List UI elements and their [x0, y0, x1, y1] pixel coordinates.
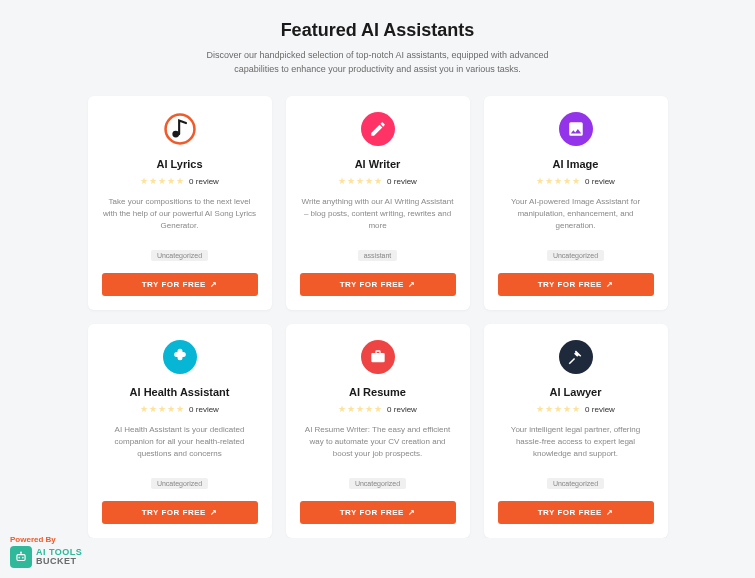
assistant-card: AI Lawyer★★★★★0 reviewYour intelligent l… — [484, 324, 668, 538]
rating-row: ★★★★★0 review — [102, 176, 258, 186]
powered-by-label: Powered By — [10, 535, 82, 538]
rating-row: ★★★★★0 review — [300, 176, 456, 186]
assistant-card: AI Image★★★★★0 reviewYour AI-powered Ima… — [484, 96, 668, 310]
category-tag[interactable]: Uncategorized — [151, 250, 208, 261]
card-title: AI Health Assistant — [102, 386, 258, 398]
arrow-icon: ↗ — [210, 280, 218, 289]
page-title: Featured AI Assistants — [40, 20, 715, 41]
try-for-free-button[interactable]: TRY FOR FREE↗ — [102, 273, 258, 296]
card-description: Your AI-powered Image Assistant for mani… — [498, 196, 654, 232]
medical-icon — [163, 340, 197, 374]
card-title: AI Writer — [300, 158, 456, 170]
card-title: AI Lawyer — [498, 386, 654, 398]
card-grid: AI Lyrics★★★★★0 reviewTake your composit… — [88, 96, 668, 538]
pen-icon — [361, 112, 395, 146]
assistant-card: AI Writer★★★★★0 reviewWrite anything wit… — [286, 96, 470, 310]
gavel-icon — [559, 340, 593, 374]
rating-row: ★★★★★0 review — [300, 404, 456, 414]
card-description: Write anything with our AI Writing Assis… — [300, 196, 456, 232]
card-title: AI Resume — [300, 386, 456, 398]
star-icons: ★★★★★ — [140, 176, 184, 186]
try-for-free-button[interactable]: TRY FOR FREE↗ — [300, 501, 456, 524]
arrow-icon: ↗ — [408, 508, 416, 517]
arrow-icon: ↗ — [408, 280, 416, 289]
music-note-icon — [163, 112, 197, 146]
arrow-icon: ↗ — [606, 280, 614, 289]
star-icons: ★★★★★ — [536, 176, 580, 186]
card-description: AI Health Assistant is your dedicated co… — [102, 424, 258, 460]
page-subtitle: Discover our handpicked selection of top… — [193, 49, 563, 76]
card-description: AI Resume Writer: The easy and efficient… — [300, 424, 456, 460]
star-icons: ★★★★★ — [338, 176, 382, 186]
briefcase-icon — [361, 340, 395, 374]
card-description: Take your compositions to the next level… — [102, 196, 258, 232]
footer-brand[interactable]: Powered By AI TOOLS BUCKET — [10, 535, 82, 538]
review-count: 0 review — [585, 177, 615, 186]
review-count: 0 review — [387, 177, 417, 186]
try-for-free-button[interactable]: TRY FOR FREE↗ — [102, 501, 258, 524]
assistant-card: AI Resume★★★★★0 reviewAI Resume Writer: … — [286, 324, 470, 538]
star-icons: ★★★★★ — [140, 404, 184, 414]
category-tag[interactable]: assistant — [358, 250, 398, 261]
review-count: 0 review — [189, 405, 219, 414]
review-count: 0 review — [585, 405, 615, 414]
assistant-card: AI Lyrics★★★★★0 reviewTake your composit… — [88, 96, 272, 310]
category-tag[interactable]: Uncategorized — [349, 478, 406, 489]
review-count: 0 review — [189, 177, 219, 186]
try-for-free-button[interactable]: TRY FOR FREE↗ — [498, 501, 654, 524]
card-title: AI Image — [498, 158, 654, 170]
rating-row: ★★★★★0 review — [498, 404, 654, 414]
arrow-icon: ↗ — [210, 508, 218, 517]
assistant-card: AI Health Assistant★★★★★0 reviewAI Healt… — [88, 324, 272, 538]
arrow-icon: ↗ — [606, 508, 614, 517]
rating-row: ★★★★★0 review — [498, 176, 654, 186]
category-tag[interactable]: Uncategorized — [151, 478, 208, 489]
card-title: AI Lyrics — [102, 158, 258, 170]
review-count: 0 review — [387, 405, 417, 414]
category-tag[interactable]: Uncategorized — [547, 250, 604, 261]
try-for-free-button[interactable]: TRY FOR FREE↗ — [300, 273, 456, 296]
try-for-free-button[interactable]: TRY FOR FREE↗ — [498, 273, 654, 296]
star-icons: ★★★★★ — [338, 404, 382, 414]
page-header: Featured AI Assistants Discover our hand… — [40, 20, 715, 76]
card-description: Your intelligent legal partner, offering… — [498, 424, 654, 460]
image-icon — [559, 112, 593, 146]
rating-row: ★★★★★0 review — [102, 404, 258, 414]
category-tag[interactable]: Uncategorized — [547, 478, 604, 489]
star-icons: ★★★★★ — [536, 404, 580, 414]
